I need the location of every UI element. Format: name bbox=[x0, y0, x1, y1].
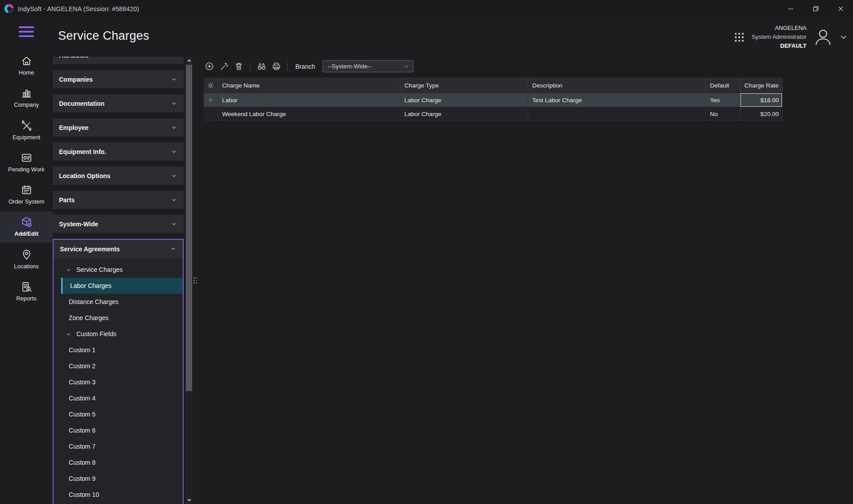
nav-panel: Attributes Companies Documentation bbox=[53, 57, 184, 504]
close-button[interactable] bbox=[828, 0, 853, 17]
minimize-button[interactable] bbox=[778, 0, 803, 17]
chevron-down-icon bbox=[171, 76, 177, 83]
tree-item-label: Custom 3 bbox=[69, 379, 96, 386]
rail-item-label: Company bbox=[14, 102, 39, 108]
charges-grid: Charge Name Charge Type Description Defa… bbox=[204, 78, 782, 121]
rail-item-company[interactable]: Company bbox=[0, 83, 53, 113]
menu-icon[interactable] bbox=[19, 26, 34, 37]
nav-section-label: Companies bbox=[59, 76, 92, 83]
grid-cell-charge-type[interactable]: Labor Charge bbox=[400, 93, 528, 107]
nav-panel-wrap: Attributes Companies Documentation bbox=[53, 57, 197, 504]
chevron-down-icon bbox=[171, 124, 177, 131]
column-chooser-button[interactable] bbox=[204, 78, 218, 93]
row-expander[interactable] bbox=[204, 107, 218, 121]
page-header: Service Charges ANGELENA System Administ… bbox=[53, 17, 853, 57]
branch-dropdown-value: --System-Wide-- bbox=[328, 63, 371, 70]
grid-row-weekend-labor[interactable]: Weekend Labor Charge Labor Charge No $20… bbox=[204, 107, 782, 121]
tree-item-label: Custom 5 bbox=[69, 411, 96, 418]
delete-button[interactable] bbox=[233, 61, 244, 72]
find-button[interactable] bbox=[256, 61, 267, 72]
restore-button[interactable] bbox=[803, 0, 828, 17]
grid-cell-charge-type[interactable]: Labor Charge bbox=[400, 107, 528, 121]
print-button[interactable] bbox=[271, 61, 282, 72]
tree-item-custom-5[interactable]: Custom 5 bbox=[61, 406, 183, 422]
rail-item-order-system[interactable]: Order System bbox=[0, 179, 53, 210]
scroll-down-button[interactable] bbox=[185, 497, 193, 504]
nav-scrollbar[interactable] bbox=[185, 57, 193, 504]
tree-item-labor-charges[interactable]: Labor Charges bbox=[61, 278, 183, 294]
scroll-up-button[interactable] bbox=[185, 57, 193, 64]
column-header-default[interactable]: Default bbox=[706, 78, 740, 93]
column-header-description[interactable]: Description bbox=[528, 78, 706, 93]
report-search-icon bbox=[21, 281, 33, 293]
titlebar: IndySoft - ANGELENA (Session: #588420) bbox=[0, 0, 853, 17]
branch-dropdown[interactable]: --System-Wide-- bbox=[323, 60, 413, 72]
column-header-charge-type[interactable]: Charge Type bbox=[400, 78, 528, 93]
tree-item-label: Custom 4 bbox=[69, 395, 96, 402]
tree-item-custom-10[interactable]: Custom 10 bbox=[61, 487, 183, 503]
nav-section-companies[interactable]: Companies bbox=[53, 70, 184, 88]
column-header-charge-rate[interactable]: Charge Rate bbox=[740, 78, 782, 93]
row-expander[interactable] bbox=[204, 93, 218, 107]
nav-section-parts[interactable]: Parts bbox=[53, 191, 184, 209]
tree-item-custom-6[interactable]: Custom 6 bbox=[61, 422, 183, 438]
tree-item-custom-9[interactable]: Custom 9 bbox=[61, 471, 183, 487]
rail-item-locations[interactable]: Locations bbox=[0, 244, 53, 275]
tree-item-label: Custom 6 bbox=[69, 427, 96, 434]
nav-section-system-wide[interactable]: System-Wide bbox=[53, 215, 184, 233]
tree-item-custom-3[interactable]: Custom 3 bbox=[61, 374, 183, 390]
nav-scrollbar-thumb[interactable] bbox=[186, 65, 192, 391]
nav-section-service-agreements-expanded: Service Agreements Service Charges Labor… bbox=[53, 239, 184, 504]
rail-item-pending-work[interactable]: Pending Work bbox=[0, 147, 53, 178]
tree-item-label: Service Charges bbox=[76, 266, 123, 273]
tree-item-custom-7[interactable]: Custom 7 bbox=[61, 438, 183, 454]
rail-item-add-edit[interactable]: Add/Edit bbox=[0, 212, 53, 242]
nav-section-attributes[interactable]: Attributes bbox=[53, 57, 184, 64]
column-header-charge-name[interactable]: Charge Name bbox=[218, 78, 400, 93]
nav-section-equipment-info[interactable]: Equipment Info. bbox=[53, 142, 184, 161]
chevron-down-icon bbox=[171, 148, 177, 155]
tree-item-zone-charges[interactable]: Zone Charges bbox=[61, 310, 183, 326]
grid-cell-charge-name[interactable]: Labor bbox=[218, 93, 400, 107]
grid-cell-description[interactable]: Test Labor Charge bbox=[528, 93, 706, 107]
user-avatar-icon[interactable] bbox=[813, 27, 833, 47]
window-controls bbox=[778, 0, 853, 17]
tree-item-distance-charges[interactable]: Distance Charges bbox=[61, 294, 183, 310]
tree-group-service-charges[interactable]: Service Charges bbox=[61, 262, 183, 278]
tree-item-label: Custom 9 bbox=[69, 475, 96, 482]
rail-item-home[interactable]: Home bbox=[0, 50, 53, 81]
tree-item-custom-2[interactable]: Custom 2 bbox=[61, 358, 183, 374]
grid-cell-charge-name[interactable]: Weekend Labor Charge bbox=[218, 107, 400, 121]
grid-header-row: Charge Name Charge Type Description Defa… bbox=[204, 78, 782, 93]
rail-item-label: Reports bbox=[16, 296, 37, 302]
panel-splitter-grip[interactable] bbox=[193, 277, 197, 283]
apps-grid-icon[interactable] bbox=[733, 31, 745, 43]
grid-cell-charge-rate[interactable]: $20.00 bbox=[740, 107, 782, 121]
grid-cell-default[interactable]: No bbox=[706, 107, 740, 121]
user-menu-chevron-icon[interactable] bbox=[840, 33, 848, 41]
add-button[interactable] bbox=[204, 61, 214, 72]
tree-item-label: Distance Charges bbox=[69, 298, 118, 305]
window-title: IndySoft - ANGELENA (Session: #588420) bbox=[18, 5, 139, 12]
nav-section-employee[interactable]: Employee bbox=[53, 118, 184, 137]
grid-row-labor[interactable]: Labor Labor Charge Test Labor Charge Yes… bbox=[204, 93, 782, 107]
tree-group-custom-fields[interactable]: Custom Fields bbox=[61, 326, 183, 342]
tree-item-label: Labor Charges bbox=[70, 282, 112, 289]
edit-wand-button[interactable] bbox=[219, 61, 229, 72]
service-agreements-tree: Service Charges Labor Charges Distance C… bbox=[54, 258, 183, 504]
grid-cell-charge-rate[interactable]: $18.00 bbox=[740, 93, 782, 107]
tree-item-custom-1[interactable]: Custom 1 bbox=[61, 342, 183, 358]
rail-item-equipment[interactable]: Equipment bbox=[0, 115, 53, 146]
rail-item-reports[interactable]: Reports bbox=[0, 276, 53, 307]
tree-item-custom-4[interactable]: Custom 4 bbox=[61, 390, 183, 406]
nav-section-location-options[interactable]: Location Options bbox=[53, 167, 184, 185]
grid-cell-default[interactable]: Yes bbox=[706, 93, 740, 107]
rail-item-label: Order System bbox=[8, 199, 44, 205]
tree-item-custom-8[interactable]: Custom 8 bbox=[61, 454, 183, 471]
restore-icon bbox=[813, 6, 819, 12]
nav-section-documentation[interactable]: Documentation bbox=[53, 94, 184, 112]
rail-item-label: Pending Work bbox=[8, 167, 44, 173]
nav-section-service-agreements[interactable]: Service Agreements bbox=[54, 240, 183, 258]
grid-cell-description[interactable] bbox=[528, 107, 706, 121]
grid-toolbar: Branch --System-Wide-- bbox=[204, 60, 853, 72]
